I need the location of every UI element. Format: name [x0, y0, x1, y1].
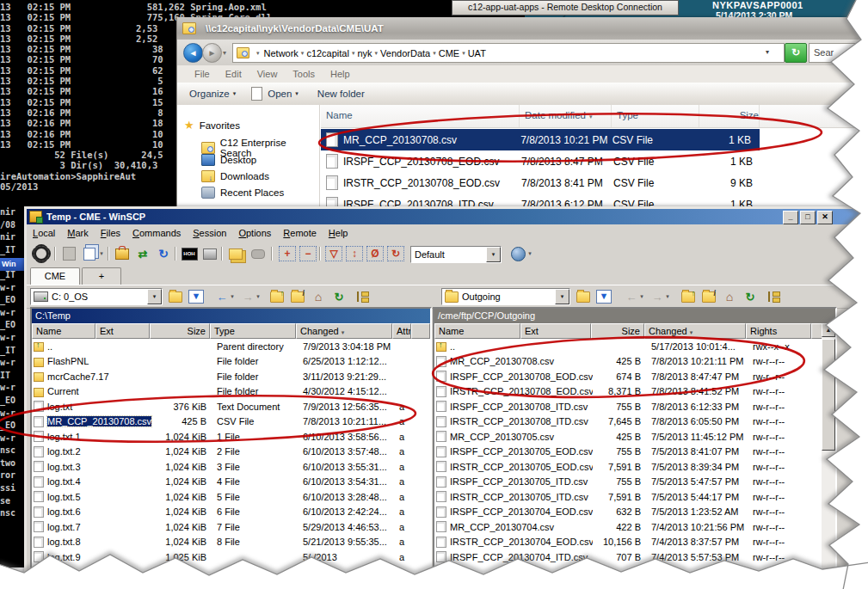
remote-root-directory-icon[interactable]: / [699, 288, 718, 305]
explorer-titlebar[interactable]: \\c12capital\nyk\VendorData\CME\UAT [177, 17, 865, 40]
select-by-mask-icon[interactable]: ▽ [324, 245, 343, 262]
local-file-row[interactable]: FlashPNL File folder 6/25/2013 1:12:12..… [32, 354, 430, 370]
clear-selection-icon[interactable]: Ø [366, 245, 385, 262]
local-file-row[interactable]: log.txt.3 1,024 KiB 3 File 6/10/2013 3:5… [32, 459, 430, 475]
transfer-options-globe-icon[interactable] [508, 245, 527, 262]
remote-file-row[interactable]: IRSTR_CCP_20130708_EOD.csv 8,371 B 7/8/2… [434, 384, 822, 400]
column-header-name[interactable]: Name [321, 105, 520, 127]
remote-refresh-icon[interactable]: ↻ [741, 288, 760, 305]
column-header-attr[interactable]: Attr [392, 323, 411, 339]
column-header-size[interactable]: Size [699, 105, 760, 127]
local-file-row[interactable]: mcrCache7.17 File folder 3/11/2013 9:21:… [32, 369, 430, 384]
menu-item[interactable]: Help [329, 224, 348, 242]
scrollbar-thumb[interactable] [822, 339, 835, 451]
remote-parent-directory-icon[interactable]: ↑ [679, 288, 698, 305]
sidebar-item[interactable]: Desktop [201, 154, 256, 166]
explorer-file-row[interactable]: IRSTR_CCP_20130708_EOD.csv 7/8/2013 8:41… [321, 172, 865, 193]
forward-button[interactable]: ► [202, 43, 222, 63]
menu-item[interactable]: View [257, 65, 278, 83]
mirror-files-icon[interactable]: ⇄ [133, 245, 152, 262]
menu-item[interactable]: Files [101, 224, 120, 242]
menu-item[interactable]: Commands [132, 224, 181, 242]
column-header-changed[interactable]: Changed▾ [644, 323, 746, 339]
remote-file-row[interactable]: MR_CCP_20130705.csv 425 B 7/5/2013 11:45… [434, 429, 822, 445]
chevron-down-icon[interactable]: ▾ [555, 289, 569, 304]
history-dropdown-icon[interactable]: ▾ [223, 49, 226, 57]
maximize-button[interactable]: □ [800, 211, 816, 224]
winscp-titlebar[interactable]: Temp - CME - WinSCP _ □ ✕ [27, 209, 865, 224]
local-file-row[interactable]: log.txt.4 1,024 KiB 4 File 6/10/2013 3:5… [32, 475, 430, 490]
breadcrumb-item[interactable]: c12capital ▾ [304, 48, 354, 58]
breadcrumb-item[interactable]: nyk ▾ [354, 48, 378, 58]
remote-tree-icon[interactable] [765, 288, 784, 305]
local-file-row[interactable]: .. Parent directory 7/9/2013 3:04:18 PM [32, 339, 430, 354]
remote-file-row[interactable]: IRSPF_CCP_20130705_ITD.csv 755 B 7/5/201… [434, 475, 822, 490]
local-file-row[interactable]: log.txt.2 1,024 KiB 2 File 6/10/2013 3:5… [32, 445, 430, 460]
column-header-rights[interactable]: Rights [746, 323, 811, 339]
preferences-gear-icon[interactable] [32, 245, 51, 262]
column-header-size[interactable]: Size [591, 323, 644, 339]
find-files-icon[interactable] [249, 245, 268, 262]
menu-item[interactable]: Options [238, 224, 271, 242]
local-home-directory-icon[interactable]: ⌂ [309, 288, 328, 305]
remote-open-directory-icon[interactable] [574, 288, 593, 305]
column-header-size[interactable]: Size [150, 323, 210, 339]
remote-file-row[interactable]: IRSTR_CCP_20130708_ITD.csv 7,645 B 7/8/2… [434, 414, 822, 430]
local-file-row[interactable]: log.txt.1 1,024 KiB 1 File 6/10/2013 3:5… [32, 429, 430, 445]
minimize-button[interactable]: _ [783, 211, 798, 224]
remote-file-row[interactable]: IRSPF_CCP_20130708_EOD.csv 674 B 7/8/201… [434, 369, 822, 384]
session-log-icon[interactable] [59, 245, 78, 262]
menu-item[interactable]: File [194, 65, 210, 83]
column-header-type[interactable]: Type [612, 105, 699, 127]
local-file-row[interactable]: log.txt.9 1,025 KiB 5/ /2013 a [32, 549, 430, 565]
column-header-changed[interactable]: Changed▾ [296, 323, 392, 339]
search-input[interactable]: Sear [809, 43, 868, 63]
restore-selection-icon[interactable]: ↻ [386, 245, 405, 262]
local-file-row[interactable]: MR_CCP_20130708.csv 425 B CSV File 7/8/2… [32, 414, 430, 430]
remote-directory-select[interactable]: Outgoing ▾ [441, 288, 570, 305]
chevron-down-icon[interactable]: ▾ [486, 247, 501, 262]
select-files-icon[interactable]: + [278, 245, 297, 262]
synchronize-icon[interactable] [113, 245, 132, 262]
menu-item[interactable]: Tools [292, 65, 315, 83]
menu-item[interactable]: Help [330, 65, 350, 83]
rdp-connection-bar[interactable]: c12-app-uat-apps - Remote Desktop Connec… [452, 0, 679, 15]
open-button[interactable]: Open [268, 89, 292, 99]
unselect-files-icon[interactable]: − [299, 245, 317, 262]
chevron-down-icon[interactable]: ▾ [526, 245, 534, 262]
scroll-up-icon[interactable]: ▲ [822, 323, 835, 337]
column-header-name[interactable]: Name [434, 323, 520, 339]
menu-item[interactable]: Remote [283, 224, 317, 242]
local-file-row[interactable]: log.txt.6 1,024 KiB 6 File 6/10/2013 2:4… [32, 505, 430, 520]
refresh-button[interactable]: ↻ [785, 43, 807, 63]
menu-item[interactable]: Local [33, 224, 55, 242]
explorer-file-row[interactable]: IRSPF_CCP_20130708_EOD.csv 7/8/2013 8:47… [321, 150, 865, 172]
transfer-settings-select[interactable]: Default ▾ [410, 246, 502, 263]
synchronize-browsing-icon[interactable] [226, 245, 245, 262]
local-drive-select[interactable]: C: 0_OS ▾ [30, 288, 163, 305]
breadcrumb-item[interactable]: CME ▾ [436, 48, 465, 58]
column-header-date-modified[interactable]: Date modified▾ [520, 105, 612, 127]
new-folder-button[interactable]: New folder [317, 89, 365, 99]
remote-file-row[interactable]: IRSPF_CCP_20130704_ITD.csv 707 B 7/4/201… [434, 549, 822, 565]
remote-home-directory-icon[interactable]: ⌂ [720, 288, 739, 305]
column-header-ext[interactable]: Ext [95, 323, 150, 339]
column-header-ext[interactable]: Ext [520, 323, 591, 339]
close-button[interactable]: ✕ [817, 211, 833, 224]
remote-file-row[interactable]: .. 5/17/2013 10:01:4... rwx--x--x [434, 339, 822, 354]
local-filter-icon[interactable]: ▼ [187, 288, 206, 305]
local-file-row[interactable]: log.txt.7 1,024 KiB 7 File 5/29/2013 4:4… [32, 519, 430, 535]
local-file-row[interactable]: log.txt 376 KiB Text Document 7/9/2013 1… [32, 399, 430, 414]
explorer-file-row[interactable]: MR_CCP_20130708.csv 7/8/2013 10:21 PM CS… [321, 129, 760, 150]
chevron-down-icon[interactable]: ▾ [147, 289, 162, 304]
back-button[interactable]: ◄ [183, 43, 203, 63]
organize-button[interactable]: Organize [189, 89, 230, 99]
breadcrumb-item[interactable]: VendorData ▾ [378, 48, 436, 58]
refresh-icon[interactable]: ↻ [154, 245, 173, 262]
sidebar-item[interactable]: Recent Places [201, 187, 284, 199]
remote-file-row[interactable]: IRSPF_CCP_20130704_EOD.csv 632 B 7/5/201… [434, 505, 822, 520]
putty-icon[interactable] [200, 245, 219, 262]
remote-file-row[interactable]: IRSTR_CCP_20130704_EOD.csv 10,156 B 7/4/… [434, 535, 822, 550]
menu-item[interactable]: Edit [225, 65, 242, 83]
sidebar-item[interactable]: Downloads [201, 170, 269, 182]
